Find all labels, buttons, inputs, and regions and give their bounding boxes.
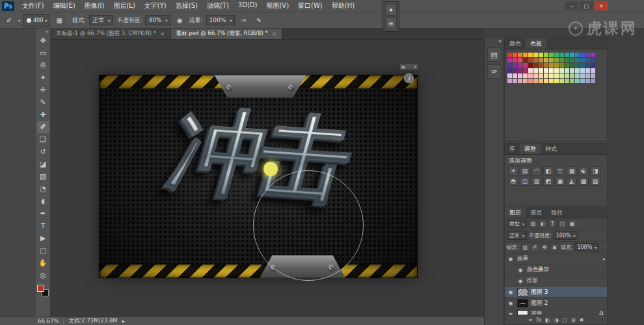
color-swatch[interactable]	[539, 79, 543, 83]
history-brush-tool[interactable]: ↺	[37, 146, 49, 158]
magic-wand-tool[interactable]: ✦	[37, 72, 49, 84]
menu-item[interactable]: 文字(Y)	[140, 1, 171, 10]
color-swatch[interactable]	[518, 79, 522, 83]
layer-row[interactable]: ◉颜色叠加	[505, 265, 607, 276]
color-lookup-icon[interactable]: ▥	[531, 177, 542, 186]
color-swatch[interactable]	[539, 58, 543, 62]
brush-tool[interactable]: ✐	[37, 121, 49, 133]
color-swatch[interactable]	[507, 73, 512, 78]
airbrush-icon[interactable]: ✑	[238, 15, 250, 26]
color-swatch[interactable]	[549, 68, 554, 73]
visibility-toggle-icon[interactable]: ◉	[507, 300, 515, 306]
color-swatch[interactable]	[533, 63, 538, 68]
color-swatch[interactable]	[585, 58, 590, 62]
menu-item[interactable]: 选择(S)	[171, 1, 202, 10]
color-swatch[interactable]	[533, 58, 538, 62]
color-swatch[interactable]	[570, 63, 574, 68]
color-swatch[interactable]	[591, 68, 595, 73]
history-panel-icon[interactable]: ▤	[487, 47, 502, 62]
color-swatch[interactable]	[507, 58, 512, 62]
color-swatch[interactable]	[559, 58, 564, 62]
color-swatch[interactable]	[544, 53, 548, 57]
color-swatch[interactable]	[507, 68, 512, 73]
color-swatch[interactable]	[549, 79, 554, 83]
color-swatch[interactable]	[565, 53, 569, 57]
filter-adjustment-icon[interactable]: ◐	[539, 220, 547, 228]
color-swatch[interactable]	[528, 53, 533, 57]
color-swatch[interactable]	[565, 79, 569, 83]
brush-settings-panel-icon[interactable]: ✑	[487, 64, 502, 79]
color-swatch[interactable]	[549, 53, 554, 57]
info-menu-icon[interactable]: ▤	[401, 64, 405, 69]
lock-position-icon[interactable]: ✥	[541, 243, 549, 252]
color-swatch[interactable]	[591, 73, 595, 78]
brush-preset-picker[interactable]: 400 ▾	[23, 14, 50, 27]
color-swatch[interactable]	[554, 79, 559, 83]
color-swatch[interactable]	[554, 68, 559, 73]
color-swatch[interactable]	[523, 63, 528, 68]
color-swatch[interactable]	[585, 79, 590, 83]
filter-smart-icon[interactable]: ▣	[568, 220, 576, 228]
color-swatch[interactable]	[544, 58, 548, 62]
tool-preset-icon[interactable]: ✐	[3, 15, 15, 26]
color-swatch[interactable]	[585, 68, 590, 73]
document-tab[interactable]: 素材.psd @ 66.7% (背景, RGB/8) *×	[171, 29, 283, 39]
close-button[interactable]: ✕	[595, 1, 608, 10]
link-layers-icon[interactable]: ∞	[528, 317, 533, 323]
color-swatch[interactable]	[559, 63, 564, 68]
color-swatch[interactable]	[518, 73, 522, 78]
fill-select[interactable]: 100% ▾	[574, 243, 599, 252]
color-swatch[interactable]	[585, 63, 590, 68]
info-button[interactable]: i	[404, 73, 414, 83]
color-swatch[interactable]	[559, 53, 564, 57]
color-swatch[interactable]	[549, 63, 554, 68]
color-swatch[interactable]	[528, 73, 533, 78]
lock-pixels-icon[interactable]: ✐	[531, 243, 539, 252]
layer-row[interactable]: ◉背景	[505, 309, 607, 315]
visibility-toggle-icon[interactable]: ◉	[517, 278, 524, 284]
brightness-contrast-icon[interactable]: ☀	[508, 166, 518, 176]
foreground-color-chip[interactable]	[37, 285, 44, 292]
healing-brush-tool[interactable]: ✚	[37, 109, 49, 121]
color-swatch[interactable]	[554, 63, 559, 68]
color-swatch[interactable]	[570, 53, 574, 57]
colors-panel-tab[interactable]: 颜色	[505, 38, 526, 49]
sliders-icon[interactable]: ≡	[385, 18, 397, 29]
hue-saturation-icon[interactable]: ▦	[567, 166, 577, 176]
color-swatch[interactable]	[533, 79, 538, 83]
channel-mixer-icon[interactable]: ◫	[520, 177, 530, 186]
color-swatch[interactable]	[513, 53, 517, 57]
filter-pixel-icon[interactable]: ▨	[529, 220, 537, 228]
color-swatch[interactable]	[565, 58, 569, 62]
color-swatch[interactable]	[580, 53, 585, 57]
color-swatch[interactable]	[565, 63, 569, 68]
blend-mode-select[interactable]: 正常 ▾	[89, 15, 113, 25]
minimize-button[interactable]: ─	[565, 1, 578, 10]
color-swatch[interactable]	[591, 79, 595, 83]
restore-button[interactable]: ▢	[580, 1, 593, 10]
color-swatch[interactable]	[591, 63, 595, 68]
color-swatch[interactable]	[518, 63, 522, 68]
color-swatch[interactable]	[580, 73, 585, 78]
lock-transparency-icon[interactable]: ▨	[521, 243, 530, 252]
color-swatch[interactable]	[575, 68, 580, 73]
color-swatch[interactable]	[523, 68, 528, 73]
color-swatch[interactable]	[544, 63, 548, 68]
color-swatch[interactable]	[570, 79, 574, 83]
color-swatch[interactable]	[575, 58, 580, 62]
black-white-icon[interactable]: ◨	[590, 166, 600, 176]
menu-item[interactable]: 视图(V)	[262, 1, 293, 10]
color-swatch[interactable]	[570, 73, 574, 78]
color-swatch[interactable]	[565, 73, 569, 78]
collapse-effects-icon[interactable]: ▴	[602, 256, 605, 261]
crop-tool[interactable]: ✛	[37, 84, 49, 96]
visibility-toggle-icon[interactable]: ◉	[507, 289, 515, 295]
layer-row[interactable]: ◉投影	[505, 276, 607, 287]
color-swatch[interactable]	[507, 79, 512, 83]
zoom-tool[interactable]: ◎	[37, 269, 49, 281]
eraser-tool[interactable]: ◪	[37, 158, 49, 170]
menu-item[interactable]: 滤镜(T)	[202, 1, 234, 10]
menu-item[interactable]: 文件(F)	[18, 1, 49, 10]
color-swatch[interactable]	[539, 73, 543, 78]
color-swatch[interactable]	[518, 68, 522, 73]
